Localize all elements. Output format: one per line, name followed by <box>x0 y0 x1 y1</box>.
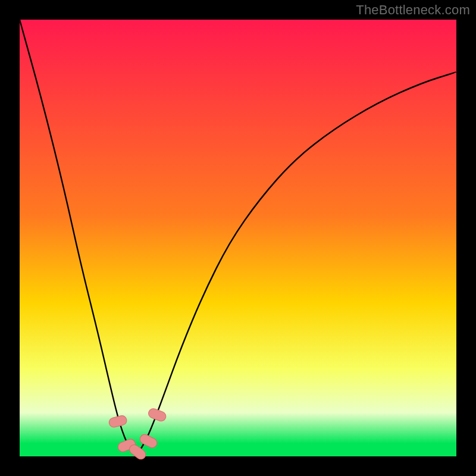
chart-stage: TheBottleneck.com <box>0 0 476 476</box>
watermark-text: TheBottleneck.com <box>356 2 470 18</box>
plot-background <box>20 20 456 456</box>
bottleneck-chart <box>0 0 476 476</box>
